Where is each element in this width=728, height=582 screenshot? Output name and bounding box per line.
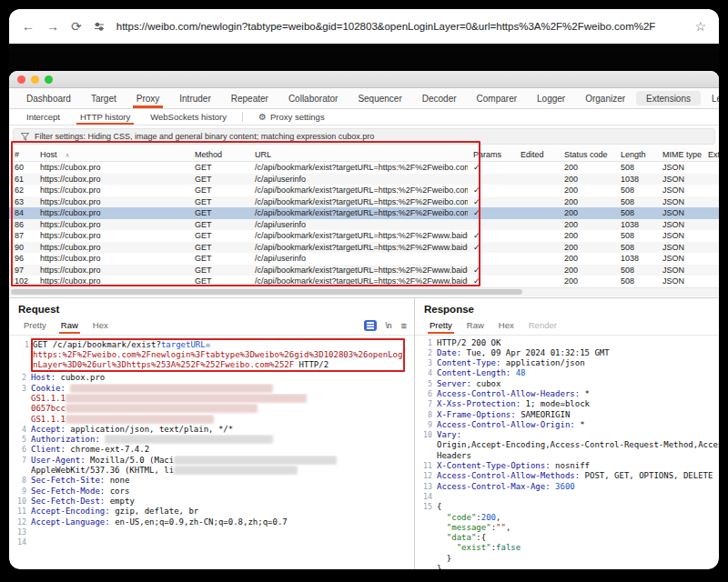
zoom-window-button[interactable]	[45, 75, 53, 84]
column-header-method[interactable]: Method	[189, 150, 249, 159]
line-number	[9, 404, 31, 414]
line-content: "data":{	[437, 533, 719, 543]
mime-cell: JSON	[657, 266, 703, 275]
show-newlines-toggle[interactable]: \n	[385, 321, 391, 330]
column-header-url[interactable]: URL	[249, 150, 468, 159]
response-tab-raw[interactable]: Raw	[460, 317, 491, 333]
message-editor-panels: Request PrettyRawHex\n≡ 1GET /c/api/book…	[9, 297, 719, 570]
table-row[interactable]: 84https://cubox.proGET/c/api/bookmark/ex…	[9, 207, 719, 219]
tab-comparer[interactable]: Comparer	[467, 88, 527, 108]
tab-intruder[interactable]: Intruder	[169, 88, 220, 108]
forward-icon[interactable]: →	[46, 20, 59, 33]
line-number: 5	[9, 435, 31, 445]
column-header-host[interactable]: Host∧	[35, 150, 189, 159]
line-content: GS1.1.1xxxxxxxxxxxxxxxxxxxxxxxxxxxxxxxxx…	[31, 394, 412, 404]
scrollbar-thumb[interactable]	[11, 289, 522, 295]
tab-dashboard[interactable]: Dashboard	[16, 88, 81, 108]
table-horizontal-scrollbar[interactable]	[9, 287, 719, 296]
close-window-button[interactable]	[17, 75, 25, 84]
response-editor[interactable]: 1HTTP/2 200 OK2Date: Tue, 09 Apr 2024 01…	[415, 336, 719, 570]
table-row[interactable]: 96https://cubox.proGET/c/api/userinfo200…	[9, 253, 719, 265]
tab-proxy[interactable]: Proxy	[126, 88, 170, 108]
editor-menu-icon[interactable]: ≡	[401, 320, 407, 331]
line-number: 1	[12, 340, 34, 350]
line-number: 14	[415, 492, 437, 502]
line-content: User-Agent: Mozilla/5.0 (Macixxxxxxxxxxx…	[31, 456, 412, 466]
bookmark-star-icon[interactable]: ☆	[694, 19, 706, 34]
reload-icon[interactable]: ⟳	[71, 20, 82, 33]
table-row[interactable]: 87https://cubox.proGET/c/api/bookmark/ex…	[9, 230, 719, 242]
line-number	[415, 564, 437, 569]
line-number	[415, 533, 437, 543]
table-row[interactable]: 60https://cubox.proGET/c/api/bookmark/ex…	[9, 162, 719, 174]
tab-repeater[interactable]: Repeater	[221, 88, 278, 108]
request-tab-hex[interactable]: Hex	[86, 317, 116, 333]
request-line: 14	[9, 537, 412, 547]
tab-organizer[interactable]: Organizer	[575, 88, 635, 108]
request-tab-raw[interactable]: Raw	[54, 317, 86, 333]
table-row[interactable]: 63https://cubox.proGET/c/api/bookmark/ex…	[9, 196, 719, 208]
line-content: X-Frame-Options: SAMEORIGIN	[437, 410, 719, 420]
column-header-edited[interactable]: Edited	[515, 150, 559, 159]
table-row[interactable]: 97https://cubox.proGET/c/api/bookmark/ex…	[9, 265, 719, 276]
column-header-status-code[interactable]: Status code	[559, 150, 615, 159]
subtab-http-history[interactable]: HTTP history	[70, 109, 140, 125]
tab-collaborator[interactable]: Collaborator	[278, 88, 348, 108]
method-cell: GET	[189, 243, 249, 252]
method-cell: GET	[189, 276, 249, 286]
id-cell: 90	[9, 243, 35, 252]
proxy-settings-button[interactable]: ⚙Proxy settings	[248, 109, 335, 125]
table-row[interactable]: 61https://cubox.proGET/c/api/userinfo200…	[9, 174, 719, 186]
tab-extensions[interactable]: Extensions	[636, 91, 701, 105]
line-content: Access-Control-Allow-Methods: POST, GET,…	[437, 471, 719, 481]
table-row[interactable]: 90https://cubox.proGET/c/api/bookmark/ex…	[9, 242, 719, 254]
table-header-row: #Host∧MethodURLParamsEditedStatus codeLe…	[9, 147, 719, 162]
response-line: 10Vary:	[415, 430, 719, 440]
line-content: }	[437, 564, 719, 569]
back-icon[interactable]: ←	[22, 20, 35, 33]
request-line: 5Authorization: xxxxxxxxxxxxxxxxxxxxxxxx…	[9, 435, 412, 445]
column-header-extension[interactable]: Extension	[703, 150, 719, 159]
word-wrap-icon[interactable]	[364, 320, 377, 331]
table-row[interactable]: 62https://cubox.proGET/c/api/bookmark/ex…	[9, 185, 719, 196]
table-row[interactable]: 86https://cubox.proGET/c/api/userinfo200…	[9, 219, 719, 231]
method-cell: GET	[189, 208, 249, 217]
response-tab-hex[interactable]: Hex	[491, 317, 521, 333]
minimize-window-button[interactable]	[31, 75, 39, 84]
request-tab-pretty[interactable]: Pretty	[16, 317, 54, 333]
annotation-box-request-line: 1GET /c/api/bookmark/exist?targetURL=htt…	[31, 338, 405, 373]
request-editor[interactable]: 1GET /c/api/bookmark/exist?targetURL=htt…	[9, 336, 414, 570]
table-row[interactable]: 102https://cubox.proGET/c/api/bookmark/e…	[9, 276, 719, 287]
subtab-intercept[interactable]: Intercept	[16, 109, 70, 125]
response-line: "message":"",	[415, 523, 719, 533]
filter-settings-bar[interactable]: Filter settings: Hiding CSS, image and g…	[13, 128, 715, 145]
tab-decoder[interactable]: Decoder	[412, 88, 467, 108]
host-cell: https://cubox.pro	[35, 266, 189, 275]
subtab-websockets-history[interactable]: WebSockets history	[140, 109, 237, 125]
response-tab-render[interactable]: Render	[521, 317, 564, 333]
response-line: 12Access-Control-Allow-Methods: POST, GE…	[415, 471, 719, 481]
method-cell: GET	[189, 231, 249, 240]
column-header-length[interactable]: Length	[615, 150, 657, 159]
address-bar-url[interactable]: https://weibo.com/newlogin?tabtype=weibo…	[116, 21, 683, 32]
response-line: 4Content-Length: 48	[415, 368, 719, 378]
tab-learn[interactable]: Learn	[702, 88, 719, 108]
line-content: HTTP/2 200 OK	[437, 338, 719, 348]
line-content: Cookie: xxxxxxxxxxxxxxxxxxxxxxxxxxxxxxxx…	[31, 384, 412, 394]
tab-target[interactable]: Target	[81, 88, 126, 108]
tab-logger[interactable]: Logger	[527, 88, 575, 108]
column-header-[interactable]: #	[9, 150, 35, 159]
site-settings-icon[interactable]	[94, 21, 105, 32]
status-cell: 200	[559, 254, 615, 263]
params-cell: ✓	[468, 266, 515, 275]
line-content	[31, 537, 412, 547]
tab-sequencer[interactable]: Sequencer	[348, 88, 411, 108]
url-cell: /c/api/bookmark/exist?targetURL=https:%2…	[249, 197, 468, 206]
line-number: 7	[9, 456, 31, 466]
column-header-mime-type[interactable]: MIME type	[657, 150, 703, 159]
table-body: 60https://cubox.proGET/c/api/bookmark/ex…	[9, 162, 719, 287]
url-cell: /c/api/userinfo	[249, 175, 468, 184]
column-header-params[interactable]: Params	[468, 150, 515, 159]
gear-icon: ⚙	[258, 112, 267, 122]
response-tab-pretty[interactable]: Pretty	[422, 317, 460, 333]
